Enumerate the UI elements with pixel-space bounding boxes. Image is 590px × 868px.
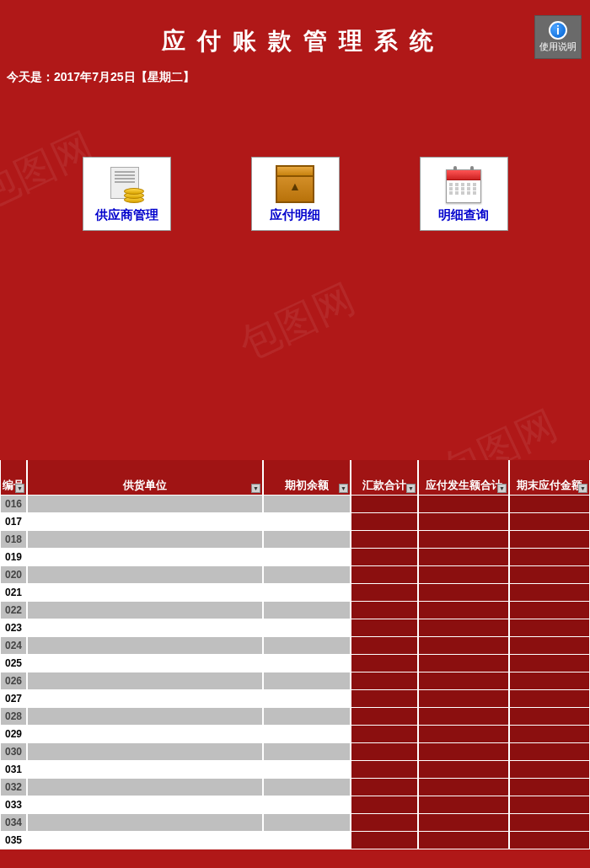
- cell-opening: [263, 496, 351, 513]
- cell-payable: [418, 549, 509, 566]
- cell-id: 028: [0, 708, 27, 726]
- table-row[interactable]: 027: [0, 690, 590, 708]
- table-row[interactable]: 031: [0, 761, 590, 779]
- table-row[interactable]: 025: [0, 655, 590, 672]
- table-row[interactable]: 019: [0, 549, 590, 566]
- table-row[interactable]: 018: [0, 531, 590, 549]
- cell-payable: [418, 531, 509, 549]
- cell-supplier: [27, 566, 263, 584]
- cell-remittance: [351, 726, 418, 743]
- help-label: 使用说明: [539, 40, 577, 53]
- cell-remittance: [351, 531, 418, 549]
- cell-remittance: [351, 708, 418, 726]
- table-row[interactable]: 035: [0, 832, 590, 849]
- cell-id: 024: [0, 637, 27, 655]
- cell-opening: [263, 761, 351, 779]
- cell-supplier: [27, 655, 263, 672]
- filter-dropdown-icon[interactable]: ▼: [406, 484, 416, 493]
- table-row[interactable]: 026: [0, 672, 590, 690]
- document-coins-icon: [101, 165, 152, 207]
- cell-ending: [509, 566, 590, 584]
- date-line: 今天是：2017年7月25日【星期二】: [0, 57, 590, 85]
- th-ending-payable[interactable]: 期末应付金额 ▼: [509, 460, 590, 496]
- th-remittance[interactable]: 汇款合计 ▼: [351, 460, 418, 496]
- cell-id: 021: [0, 584, 27, 602]
- cell-payable: [418, 566, 509, 584]
- th-opening-balance[interactable]: 期初余额 ▼: [263, 460, 351, 496]
- table-row[interactable]: 034: [0, 814, 590, 832]
- cell-remittance: [351, 655, 418, 672]
- cell-opening: [263, 584, 351, 602]
- cell-id: 034: [0, 814, 27, 832]
- cell-id: 030: [0, 743, 27, 761]
- cell-ending: [509, 761, 590, 779]
- cell-ending: [509, 531, 590, 549]
- table-row[interactable]: 023: [0, 619, 590, 637]
- cell-payable: [418, 832, 509, 849]
- table-row[interactable]: 029: [0, 726, 590, 743]
- card-label: 供应商管理: [95, 207, 158, 223]
- cell-remittance: [351, 743, 418, 761]
- table-row[interactable]: 016: [0, 496, 590, 513]
- table-row[interactable]: 022: [0, 602, 590, 619]
- cell-supplier: [27, 549, 263, 566]
- table-row[interactable]: 020: [0, 566, 590, 584]
- table-row[interactable]: 024: [0, 637, 590, 655]
- table-row[interactable]: 017: [0, 513, 590, 531]
- cell-ending: [509, 832, 590, 849]
- filter-dropdown-icon[interactable]: ▼: [251, 484, 260, 493]
- table-row[interactable]: 032: [0, 779, 590, 796]
- cell-opening: [263, 832, 351, 849]
- cell-opening: [263, 814, 351, 832]
- filter-dropdown-icon[interactable]: ▼: [578, 484, 587, 493]
- cell-remittance: [351, 584, 418, 602]
- cell-opening: [263, 743, 351, 761]
- watermark: 包图网: [230, 272, 363, 372]
- cell-remittance: [351, 814, 418, 832]
- cell-remittance: [351, 549, 418, 566]
- table-row[interactable]: 030: [0, 743, 590, 761]
- cell-supplier: [27, 513, 263, 531]
- cell-ending: [509, 619, 590, 637]
- cell-id: 026: [0, 672, 27, 690]
- table-row[interactable]: 021: [0, 584, 590, 602]
- th-id[interactable]: 编号 ▼: [0, 460, 27, 496]
- th-label: 期末应付金额: [517, 478, 582, 493]
- supplier-management-button[interactable]: 供应商管理: [83, 157, 171, 231]
- query-detail-button[interactable]: 明细查询: [420, 157, 508, 231]
- cell-supplier: [27, 619, 263, 637]
- th-label: 期初余额: [285, 478, 329, 493]
- cell-supplier: [27, 602, 263, 619]
- th-payable-total[interactable]: 应付发生额合计 ▼: [418, 460, 509, 496]
- help-button[interactable]: i 使用说明: [534, 15, 582, 59]
- cell-opening: [263, 672, 351, 690]
- cell-id: 019: [0, 549, 27, 566]
- cell-remittance: [351, 672, 418, 690]
- table-row[interactable]: 033: [0, 796, 590, 814]
- th-label: 供货单位: [123, 478, 167, 493]
- cell-ending: [509, 779, 590, 796]
- cell-ending: [509, 743, 590, 761]
- calendar-icon: [438, 165, 489, 207]
- cell-remittance: [351, 566, 418, 584]
- cell-id: 018: [0, 531, 27, 549]
- data-table: 编号 ▼ 供货单位 ▼ 期初余额 ▼ 汇款合计 ▼ 应付发生额合计 ▼ 期末应付…: [0, 460, 590, 849]
- table-row[interactable]: 028: [0, 708, 590, 726]
- cell-opening: [263, 619, 351, 637]
- cell-ending: [509, 655, 590, 672]
- filter-dropdown-icon[interactable]: ▼: [497, 484, 507, 493]
- cell-payable: [418, 637, 509, 655]
- filter-dropdown-icon[interactable]: ▼: [339, 484, 348, 493]
- payable-detail-button[interactable]: 应付明细: [251, 157, 340, 231]
- cell-ending: [509, 708, 590, 726]
- cell-remittance: [351, 779, 418, 796]
- cell-remittance: [351, 496, 418, 513]
- filter-dropdown-icon[interactable]: ▼: [15, 484, 24, 493]
- card-label: 应付明细: [270, 207, 320, 223]
- cell-supplier: [27, 690, 263, 708]
- cell-remittance: [351, 619, 418, 637]
- cell-supplier: [27, 584, 263, 602]
- cell-id: 017: [0, 513, 27, 531]
- th-supplier[interactable]: 供货单位 ▼: [27, 460, 263, 496]
- card-label: 明细查询: [438, 207, 489, 223]
